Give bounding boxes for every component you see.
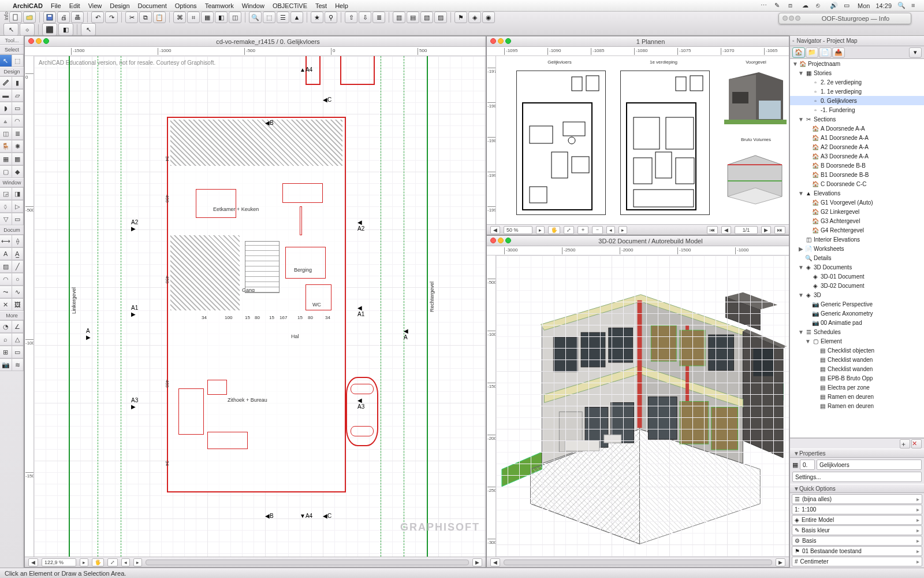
column-tool[interactable]: ▮: [12, 76, 24, 89]
corner-window-tool[interactable]: ◲: [0, 187, 12, 200]
nav-item-5[interactable]: ▫-1. Fundering: [790, 105, 924, 114]
fit-btn[interactable]: ⤢: [107, 558, 118, 566]
line-tool[interactable]: ╱: [12, 260, 24, 273]
layout-sb-l[interactable]: ◀: [490, 226, 500, 234]
layout-zoom[interactable]: 50 %: [504, 226, 532, 234]
curtainwall-tool[interactable]: ▦: [0, 153, 12, 165]
prev-view-btn[interactable]: ◂: [121, 558, 130, 566]
3d-ruler-v[interactable]: -500 -1000 -1500 -2000 -2500 -3000: [487, 255, 496, 557]
close-icon[interactable]: [28, 38, 34, 44]
new-button[interactable]: [9, 12, 22, 23]
tb-story-btn[interactable]: ≣: [372, 12, 385, 23]
slab-tool[interactable]: ▱: [12, 89, 24, 102]
tb-renov-btn[interactable]: ⚑: [454, 12, 467, 23]
tb-fav-btn[interactable]: ★: [311, 12, 323, 23]
polyline-tool[interactable]: ⤳: [0, 286, 12, 298]
3d-zoom-icon[interactable]: [505, 238, 511, 243]
nav-item-34[interactable]: ▤EPB-B Bruto Opp: [790, 373, 924, 383]
nav-item-25[interactable]: ▼◈3D: [790, 290, 924, 299]
layout-zoom-menu[interactable]: ▸: [536, 226, 545, 234]
menu-edit[interactable]: Edit: [69, 2, 80, 9]
tb-x2[interactable]: ▤: [407, 12, 419, 23]
spotlight-icon[interactable]: 🔍: [897, 2, 906, 10]
tb-x4[interactable]: ▨: [434, 12, 447, 23]
print-button[interactable]: 🖨: [57, 12, 70, 23]
mini-voorgevel[interactable]: [724, 69, 787, 127]
tab-publisher[interactable]: 📤: [832, 47, 845, 58]
dimension-tool[interactable]: ⟷: [0, 235, 12, 247]
quick-option-3[interactable]: ✎Basis kleur▸: [792, 525, 922, 535]
railing-tool[interactable]: ≋: [12, 358, 24, 371]
layout-ruler-v[interactable]: -1975 -1980 -1985 -1990 -1995: [487, 56, 496, 224]
navigator-options[interactable]: ▾: [909, 47, 922, 58]
info-arrow-settings[interactable]: ⟐: [20, 23, 35, 36]
app-menu[interactable]: ArchiCAD: [13, 2, 43, 9]
nav-item-30[interactable]: ▼▢Element: [790, 336, 924, 346]
tab-project-map[interactable]: 🏠: [792, 47, 805, 58]
nav-item-14[interactable]: ▼▲Elevations: [790, 188, 924, 198]
navigator-tree[interactable]: ▼🏠Projectnaam▼▦Stories▫2. 2e verdieping▫…: [790, 59, 924, 438]
nav-item-24[interactable]: ◈3D-02 Document: [790, 281, 924, 290]
open-button[interactable]: [23, 12, 36, 23]
spline-tool[interactable]: ∿: [12, 286, 24, 298]
drawing-tool[interactable]: ▭: [12, 346, 24, 358]
menu-teamwork[interactable]: Teamwork: [205, 2, 234, 9]
tb-story-down[interactable]: ⇩: [359, 12, 371, 23]
floorplan-ruler-h[interactable]: -1500 -1000 -500 0 500: [25, 47, 486, 56]
nav-item-36[interactable]: ▤Ramen en deuren: [790, 392, 924, 401]
sheet-close-icon[interactable]: [490, 38, 496, 44]
detail-tool[interactable]: ⌕: [0, 333, 12, 346]
page-prev[interactable]: ◀: [721, 226, 731, 234]
orbit-btn[interactable]: 🖐: [92, 558, 104, 566]
nav-item-28[interactable]: 📷00 Animatie pad: [790, 318, 924, 327]
quick-option-4[interactable]: ⚙Basis▸: [792, 536, 922, 546]
skylight-tool[interactable]: ◫: [0, 127, 12, 140]
scrollbar-right[interactable]: ▶: [472, 558, 482, 566]
paste-button[interactable]: 📋: [153, 12, 166, 23]
nav-item-9[interactable]: 🏠A2 Doorsnede A-A: [790, 142, 924, 151]
layout-canvas[interactable]: Gelijkvloers 1e verdieping Voorgevel Bru…: [496, 56, 789, 224]
tb-btn-d[interactable]: ◧: [215, 12, 228, 23]
tree-del-btn[interactable]: ✕: [911, 439, 922, 449]
nav-item-33[interactable]: ▤Checklist wanden: [790, 364, 924, 373]
notification-center-icon[interactable]: ≡: [911, 2, 919, 10]
radial-dim-tool[interactable]: ◔: [0, 320, 12, 333]
page-next[interactable]: ▶: [761, 226, 771, 234]
tb-zoom-btn[interactable]: 🔍: [249, 12, 262, 23]
nav-item-23[interactable]: ◈3D-01 Document: [790, 272, 924, 281]
tab-view-map[interactable]: 📁: [806, 47, 818, 58]
quick-option-0[interactable]: ☰(bijna alles)▸: [792, 494, 922, 504]
cut-button[interactable]: ✂: [125, 12, 138, 23]
tb-m2[interactable]: ◉: [482, 12, 495, 23]
tb-find-btn[interactable]: ⚲: [325, 12, 337, 23]
page-first[interactable]: ⏮: [707, 226, 718, 234]
navigator-handle-icon[interactable]: ◦: [792, 38, 795, 44]
zone-tool[interactable]: ▢: [0, 165, 12, 178]
nav-item-2[interactable]: ▫2. 2e verdieping: [790, 77, 924, 87]
nav-item-0[interactable]: ▼🏠Projectnaam: [790, 59, 924, 68]
morph-tool[interactable]: ◆: [12, 165, 24, 178]
tb-btn-c[interactable]: ▦: [201, 12, 214, 23]
3d-min-icon[interactable]: [498, 238, 504, 243]
nav-item-32[interactable]: ▤Checklist wanden: [790, 355, 924, 364]
nav-item-16[interactable]: 🏠G2 Linkergevel: [790, 207, 924, 216]
nav-item-22[interactable]: ▼◈3D Documents: [790, 262, 924, 272]
tb-x1[interactable]: ▥: [393, 12, 405, 23]
scrollbar-left[interactable]: ◀: [28, 558, 38, 566]
shell-tool[interactable]: ◠: [12, 114, 24, 127]
label-tool[interactable]: A̲: [12, 247, 24, 260]
beam-tool[interactable]: ▬: [0, 89, 12, 102]
3d-sb-r[interactable]: ▶: [776, 558, 785, 566]
menubar-evernote-icon[interactable]: ✎: [774, 2, 783, 10]
window-tool-icon[interactable]: ▭: [12, 102, 24, 114]
tb-x3[interactable]: ▧: [420, 12, 433, 23]
tb-btn-e[interactable]: ◫: [229, 12, 241, 23]
wall-end-tool[interactable]: ◨: [12, 187, 24, 200]
nav-item-21[interactable]: 🔍Details: [790, 253, 924, 262]
nav-item-3[interactable]: ▫1. 1e verdieping: [790, 87, 924, 96]
settings-button[interactable]: Settings...: [792, 472, 922, 482]
layout-prev[interactable]: ◂: [606, 226, 615, 234]
menu-file[interactable]: File: [51, 2, 61, 9]
tb-story-up[interactable]: ⇧: [345, 12, 357, 23]
3d-h-scrollbar[interactable]: [504, 560, 772, 565]
